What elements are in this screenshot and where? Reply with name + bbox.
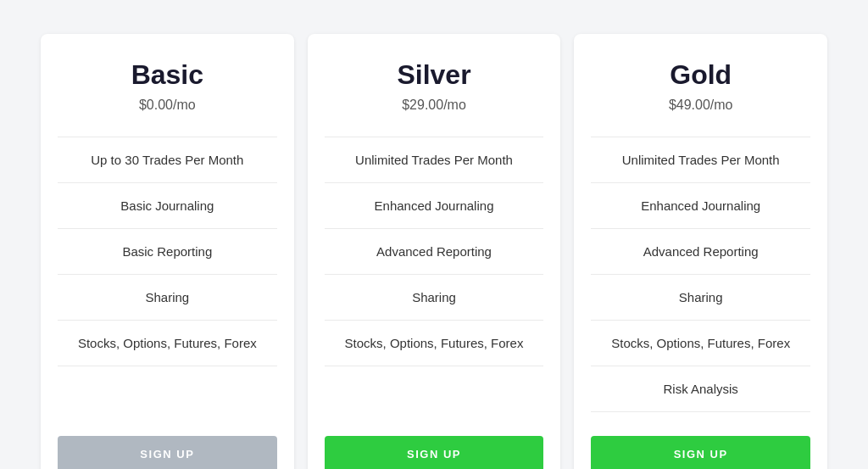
gold-feature-4: Stocks, Options, Futures, Forex: [591, 320, 810, 366]
silver-feature-0: Unlimited Trades Per Month: [325, 137, 544, 182]
basic-feature-2: Basic Reporting: [58, 228, 277, 274]
basic-feature-4: Stocks, Options, Futures, Forex: [58, 320, 277, 366]
silver-feature-3: Sharing: [325, 274, 544, 320]
basic-price: $0.00/mo: [139, 98, 196, 113]
silver-title: Silver: [397, 59, 470, 91]
silver-feature-2: Advanced Reporting: [325, 228, 544, 274]
basic-signup-button: SIGN UP: [58, 436, 277, 469]
basic-feature-3: Sharing: [58, 274, 277, 320]
basic-title: Basic: [131, 59, 203, 91]
gold-feature-1: Enhanced Journaling: [591, 182, 810, 228]
pricing-card-gold: Gold$49.00/moUnlimited Trades Per MonthE…: [574, 34, 827, 469]
gold-features-list: Unlimited Trades Per MonthEnhanced Journ…: [591, 137, 810, 412]
gold-price: $49.00/mo: [669, 98, 733, 113]
basic-feature-1: Basic Journaling: [58, 182, 277, 228]
silver-feature-4: Stocks, Options, Futures, Forex: [325, 320, 544, 366]
basic-features-list: Up to 30 Trades Per MonthBasic Journalin…: [58, 137, 277, 412]
basic-feature-0: Up to 30 Trades Per Month: [58, 137, 277, 182]
silver-features-list: Unlimited Trades Per MonthEnhanced Journ…: [325, 137, 544, 412]
silver-price: $29.00/mo: [402, 98, 466, 113]
gold-signup-button[interactable]: SIGN UP: [591, 436, 810, 469]
silver-feature-1: Enhanced Journaling: [325, 182, 544, 228]
pricing-card-basic: Basic$0.00/moUp to 30 Trades Per MonthBa…: [41, 34, 294, 469]
gold-feature-5: Risk Analysis: [591, 366, 810, 412]
gold-feature-3: Sharing: [591, 274, 810, 320]
gold-title: Gold: [670, 59, 732, 91]
pricing-container: Basic$0.00/moUp to 30 Trades Per MonthBa…: [17, 17, 851, 469]
gold-feature-0: Unlimited Trades Per Month: [591, 137, 810, 182]
gold-feature-2: Advanced Reporting: [591, 228, 810, 274]
pricing-card-silver: Silver$29.00/moUnlimited Trades Per Mont…: [308, 34, 561, 469]
silver-signup-button[interactable]: SIGN UP: [325, 436, 544, 469]
